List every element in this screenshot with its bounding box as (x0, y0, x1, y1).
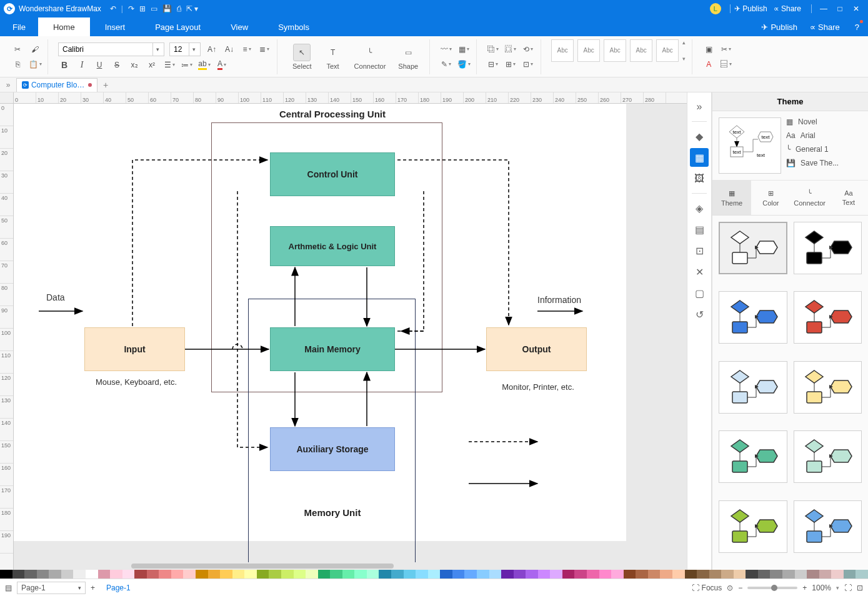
panel-tab-color[interactable]: ⊞Color (751, 181, 790, 215)
font-color-icon[interactable]: A▾ (216, 59, 228, 71)
user-avatar[interactable]: L (710, 3, 721, 14)
page-tab[interactable]: Page-1 (100, 584, 137, 592)
layers-panel-icon[interactable]: ◈ (690, 199, 709, 217)
color-swatch[interactable] (330, 570, 342, 579)
theme-thumb[interactable] (719, 430, 787, 483)
color-swatch[interactable] (514, 570, 526, 579)
crop-icon[interactable]: ✂▾ (720, 43, 732, 56)
find-replace-icon[interactable]: ⿳▾ (720, 58, 732, 71)
color-swatch[interactable] (697, 570, 709, 579)
theme-thumb[interactable] (794, 500, 862, 553)
theme-thumb[interactable] (794, 430, 862, 483)
zoom-in-button[interactable]: + (802, 584, 807, 592)
theme-novel-option[interactable]: ▦Novel (786, 117, 862, 126)
color-swatch[interactable] (452, 570, 465, 579)
color-swatch[interactable] (0, 570, 12, 579)
strikethrough-icon[interactable]: S (111, 59, 123, 71)
color-swatch[interactable] (354, 570, 367, 579)
color-swatch[interactable] (538, 570, 551, 579)
color-swatch[interactable] (464, 570, 477, 579)
color-swatch[interactable] (61, 570, 74, 579)
tab-page-layout[interactable]: Page Layout (140, 17, 216, 36)
theme-thumb[interactable] (794, 222, 862, 274)
color-swatch[interactable] (831, 570, 844, 579)
color-swatch[interactable] (795, 570, 807, 579)
color-swatch[interactable] (501, 570, 514, 579)
tab-symbols[interactable]: Symbols (263, 17, 324, 36)
shape-style-3[interactable]: Abc (604, 39, 626, 62)
shape-tool[interactable]: ▭Shape (393, 44, 423, 70)
color-swatch[interactable] (404, 570, 416, 579)
style-up-icon[interactable]: ▴ (682, 39, 686, 46)
color-swatch[interactable] (611, 570, 624, 579)
tab-insert[interactable]: Insert (90, 17, 141, 36)
input-shape[interactable]: Input (84, 327, 185, 371)
text-highlight-icon[interactable]: ab▾ (198, 59, 211, 71)
theme-thumb[interactable] (719, 222, 787, 274)
fill-panel-icon[interactable]: ◆ (690, 127, 709, 146)
color-swatch[interactable] (807, 570, 819, 579)
color-swatch[interactable] (391, 570, 404, 579)
color-swatch[interactable] (37, 570, 49, 579)
fill-pattern-icon[interactable]: ▦▾ (457, 43, 470, 56)
theme-thumb[interactable] (719, 361, 787, 414)
panel-tab-text[interactable]: AaText (829, 181, 868, 215)
color-swatch[interactable] (147, 570, 159, 579)
shape-style-4[interactable]: Abc (630, 39, 652, 62)
theme-thumb[interactable] (794, 361, 862, 414)
line-color-icon[interactable]: ✎▾ (440, 58, 452, 71)
color-swatch[interactable] (440, 570, 452, 579)
theme-thumb[interactable] (794, 291, 862, 344)
color-swatch[interactable] (86, 570, 98, 579)
export-icon[interactable]: ⇱ ▾ (186, 4, 198, 13)
tab-file[interactable]: File (0, 17, 38, 36)
copy-icon[interactable]: ⎘ (11, 58, 24, 71)
style-down-icon[interactable]: ▾ (682, 56, 686, 62)
navigator-icon[interactable]: ⊡ (690, 241, 709, 260)
fill-color-icon[interactable]: 🪣▾ (457, 58, 470, 71)
shape-style-5[interactable]: Abc (656, 39, 679, 62)
align-text-icon[interactable]: ≡▾ (241, 43, 253, 56)
zoom-out-button[interactable]: − (738, 584, 742, 592)
paste-icon[interactable]: 📋▾ (29, 58, 41, 71)
color-swatch[interactable] (770, 570, 782, 579)
color-swatch[interactable] (844, 570, 856, 579)
color-swatch[interactable] (281, 570, 294, 579)
color-swatch[interactable] (306, 570, 318, 579)
canvas-page[interactable]: Central Processing Unit Control Unit Art… (14, 104, 626, 541)
panel-tab-connector[interactable]: ╰Connector (791, 181, 829, 215)
focus-mode-button[interactable]: ⛶ Focus (692, 584, 722, 592)
color-swatch[interactable] (636, 570, 648, 579)
color-swatch[interactable] (685, 570, 697, 579)
color-swatch[interactable] (367, 570, 379, 579)
color-swatch[interactable] (196, 570, 208, 579)
maximize-icon[interactable]: □ (832, 4, 848, 13)
color-swatch[interactable] (819, 570, 832, 579)
color-swatch[interactable] (171, 570, 184, 579)
add-page-button[interactable]: + (91, 584, 95, 592)
theme-font-option[interactable]: AaArial (786, 131, 862, 140)
line-style-icon[interactable]: 〰▾ (440, 43, 452, 56)
distribute-icon[interactable]: ⊞▾ (504, 58, 517, 71)
image-panel-icon[interactable]: 🖼 (690, 169, 709, 188)
color-swatch[interactable] (477, 570, 489, 579)
share-button[interactable]: ∝ Share (774, 4, 801, 13)
doctab-scroll-icon[interactable]: » (2, 81, 14, 89)
color-swatch[interactable] (587, 570, 599, 579)
color-swatch[interactable] (110, 570, 122, 579)
increase-font-icon[interactable]: A↑ (206, 43, 218, 56)
text-tool[interactable]: TText (319, 44, 347, 70)
theme-connector-option[interactable]: ╰General 1 (786, 145, 862, 154)
theme-save-option[interactable]: 💾Save The... (786, 159, 862, 167)
color-swatch[interactable] (220, 570, 232, 579)
color-swatch[interactable] (134, 570, 147, 579)
color-swatch[interactable] (318, 570, 331, 579)
underline-icon[interactable]: U (93, 59, 106, 71)
save-icon[interactable]: 💾 (162, 4, 172, 13)
align-icon[interactable]: ⊟▾ (487, 58, 499, 71)
color-swatch[interactable] (648, 570, 661, 579)
color-swatch[interactable] (599, 570, 612, 579)
bullets-icon[interactable]: ☰▾ (163, 59, 176, 71)
color-swatch[interactable] (672, 570, 685, 579)
connector-tool[interactable]: ╰Connector (349, 44, 391, 70)
